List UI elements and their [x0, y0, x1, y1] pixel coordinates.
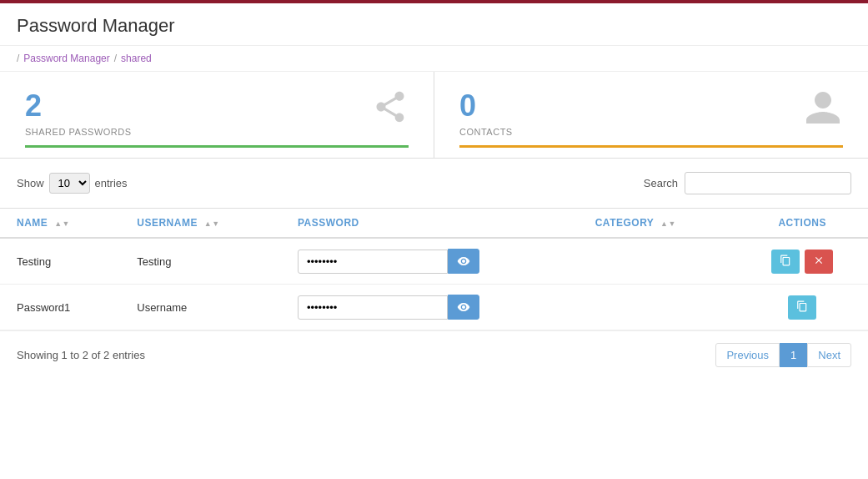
category-sort-arrows: ▲▼: [660, 219, 676, 228]
search-control: Search: [644, 172, 851, 194]
controls-row: Show 10 25 50 entries Search: [0, 159, 868, 208]
username-sort-arrows: ▲▼: [204, 219, 220, 228]
entries-label: entries: [95, 177, 128, 189]
pagination-controls: Previous 1 Next: [715, 343, 851, 367]
contacts-stat: 0 CONTACTS: [434, 72, 868, 158]
breadcrumb-parent[interactable]: Password Manager: [23, 53, 109, 64]
show-label: Show: [17, 177, 44, 189]
page-1-button[interactable]: 1: [780, 343, 807, 367]
delete-button-0[interactable]: [805, 250, 833, 274]
page-title: Password Manager: [17, 15, 851, 37]
search-input[interactable]: [685, 172, 851, 194]
copy-button-0[interactable]: [771, 250, 800, 274]
shared-bar: [25, 145, 409, 148]
password-toggle-1[interactable]: [448, 295, 479, 320]
cell-username-0: Testing: [120, 238, 281, 285]
header: Password Manager: [0, 3, 868, 46]
person-icon: [803, 88, 843, 131]
breadcrumb-separator: /: [17, 53, 19, 64]
password-input-0[interactable]: [298, 250, 448, 274]
next-button[interactable]: Next: [807, 343, 851, 367]
previous-button[interactable]: Previous: [715, 343, 780, 367]
shared-count: 2: [25, 88, 409, 124]
stats-row: 2 SHARED PASSWORDS 0 CONTACTS: [0, 72, 868, 159]
contacts-label: CONTACTS: [459, 127, 843, 137]
entries-select[interactable]: 10 25 50: [49, 173, 90, 194]
col-username[interactable]: USERNAME ▲▼: [120, 209, 281, 239]
col-name[interactable]: NAME ▲▼: [0, 209, 120, 239]
col-actions: ACTIONS: [736, 209, 868, 239]
shared-passwords-stat: 2 SHARED PASSWORDS: [0, 72, 434, 158]
show-entries-control: Show 10 25 50 entries: [17, 173, 128, 194]
pagination-row: Showing 1 to 2 of 2 entries Previous 1 N…: [0, 330, 868, 379]
col-password: PASSWORD: [281, 209, 579, 239]
pagination-info: Showing 1 to 2 of 2 entries: [17, 349, 145, 361]
table-header-row: NAME ▲▼ USERNAME ▲▼ PASSWORD CATEGORY ▲▼…: [0, 209, 868, 239]
name-sort-arrows: ▲▼: [54, 219, 70, 228]
col-category[interactable]: CATEGORY ▲▼: [579, 209, 737, 239]
password-toggle-0[interactable]: [448, 249, 479, 274]
table-row: Password1 Username: [0, 285, 868, 330]
search-label: Search: [644, 177, 678, 189]
cell-password-0: [281, 238, 579, 285]
cell-password-1: [281, 285, 579, 330]
breadcrumb-current[interactable]: shared: [121, 53, 152, 64]
cell-username-1: Username: [120, 285, 281, 330]
cell-actions-0: [736, 238, 868, 285]
table-row: Testing Testing: [0, 238, 868, 285]
contacts-count: 0: [459, 88, 843, 124]
passwords-table: NAME ▲▼ USERNAME ▲▼ PASSWORD CATEGORY ▲▼…: [0, 208, 868, 330]
password-input-1[interactable]: [298, 295, 448, 320]
share-icon: [372, 88, 409, 133]
breadcrumb-sep2: /: [114, 53, 117, 64]
copy-button-1[interactable]: [788, 295, 816, 320]
cell-name-0: Testing: [0, 238, 120, 285]
cell-name-1: Password1: [0, 285, 120, 330]
breadcrumb: / Password Manager / shared: [0, 46, 868, 72]
cell-category-1: [579, 285, 737, 330]
cell-category-0: [579, 238, 737, 285]
shared-label: SHARED PASSWORDS: [25, 127, 409, 137]
contacts-bar: [459, 145, 843, 148]
cell-actions-1: [736, 285, 868, 330]
